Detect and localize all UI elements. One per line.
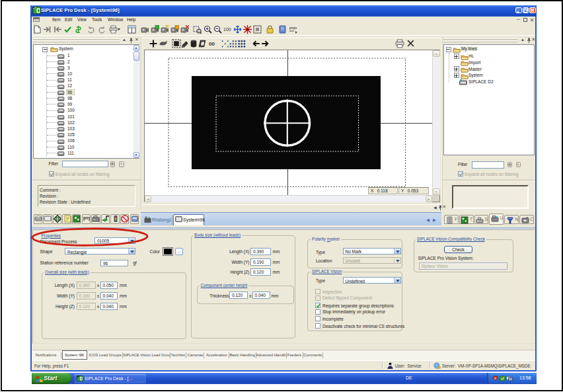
svg-text:100: 100 [223,27,231,32]
svg-text:00: 00 [209,40,215,46]
